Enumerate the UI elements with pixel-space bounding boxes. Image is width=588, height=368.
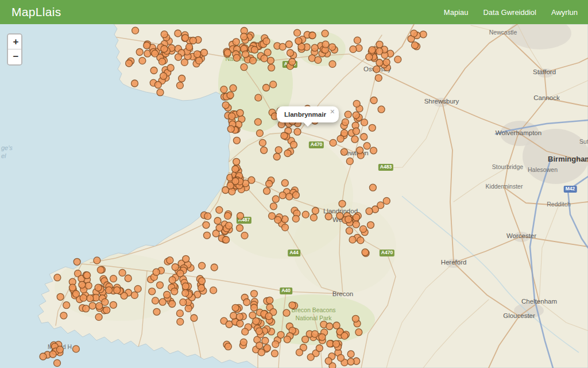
map-marker[interactable] [103,306,110,313]
map-marker[interactable] [243,299,250,306]
map-marker[interactable] [182,290,189,297]
map-marker[interactable] [233,39,239,45]
map-marker[interactable] [134,285,141,292]
map-marker[interactable] [150,67,157,74]
app-title[interactable]: MapLlais [11,5,61,19]
map-marker[interactable] [259,139,266,146]
map-marker[interactable] [54,359,61,366]
map-marker[interactable] [256,130,263,137]
map-marker[interactable] [383,197,390,204]
map-marker[interactable] [279,43,286,50]
map-marker[interactable] [272,195,279,202]
map-marker[interactable] [176,82,183,89]
map-marker[interactable] [353,214,360,221]
map-marker[interactable] [265,313,272,320]
map-marker[interactable] [110,275,117,282]
map-marker[interactable] [292,191,299,198]
map-marker[interactable] [176,310,183,317]
map-marker[interactable] [251,47,258,53]
map-marker[interactable] [256,328,262,335]
map-marker[interactable] [376,59,383,66]
map-marker[interactable] [346,227,353,234]
map-marker[interactable] [274,216,281,223]
map-marker[interactable] [54,274,61,281]
map-marker[interactable] [95,284,102,291]
map-marker[interactable] [355,329,362,336]
map-marker[interactable] [357,237,364,244]
map-marker[interactable] [361,133,368,140]
map-marker[interactable] [196,57,203,64]
nav-data-gwreiddiol[interactable]: Data Gwreiddiol [483,8,536,17]
map-marker[interactable] [307,354,314,361]
map-marker[interactable] [85,282,92,289]
map-marker[interactable] [171,288,178,295]
map-marker[interactable] [266,181,273,187]
map-marker[interactable] [325,213,332,220]
map-marker[interactable] [161,45,168,52]
map-marker[interactable] [159,298,166,305]
zoom-out-button[interactable]: − [8,49,22,64]
map-marker[interactable] [341,148,347,155]
map-marker[interactable] [370,147,377,154]
nav-mapiau[interactable]: Mapiau [444,8,469,17]
map-marker[interactable] [83,305,90,312]
map-marker[interactable] [225,343,231,350]
map-marker[interactable] [233,158,240,165]
map-marker[interactable] [144,42,150,49]
map-marker[interactable] [261,55,268,62]
map-marker[interactable] [295,37,302,44]
map-marker[interactable] [227,91,234,98]
map-marker[interactable] [268,64,275,71]
map-marker[interactable] [287,49,294,56]
map-marker[interactable] [363,143,370,150]
map-marker[interactable] [211,264,218,271]
map-marker[interactable] [338,354,345,361]
map-marker[interactable] [286,193,293,200]
map-marker[interactable] [289,59,296,66]
map-marker[interactable] [353,221,359,228]
map-marker[interactable] [264,344,270,351]
map-marker[interactable] [267,57,274,64]
map-marker[interactable] [160,72,167,79]
map-marker[interactable] [420,31,427,38]
map-marker[interactable] [302,211,309,218]
map-marker[interactable] [366,208,373,214]
map-marker[interactable] [339,200,346,207]
map-marker[interactable] [310,214,317,221]
map-marker[interactable] [378,106,385,113]
map-marker[interactable] [329,44,336,51]
map-marker[interactable] [332,340,339,347]
map-marker[interactable] [114,287,121,294]
map-marker[interactable] [312,208,319,214]
map-marker[interactable] [180,299,187,306]
map-marker[interactable] [49,351,56,358]
map-marker[interactable] [263,85,270,91]
map-marker[interactable] [232,166,239,172]
map-marker[interactable] [191,315,198,321]
map-marker[interactable] [230,312,237,319]
map-marker[interactable] [177,319,184,325]
map-marker[interactable] [216,206,223,213]
map-marker[interactable] [322,41,329,48]
map-marker[interactable] [229,113,235,120]
map-marker[interactable] [152,297,159,304]
map-marker[interactable] [63,302,70,309]
map-marker[interactable] [242,51,249,57]
map-marker[interactable] [250,57,257,64]
map-marker[interactable] [333,322,340,329]
map-marker[interactable] [233,55,240,62]
map-marker[interactable] [186,44,193,51]
map-marker[interactable] [79,281,86,288]
map-marker[interactable] [241,33,247,40]
map-marker[interactable] [337,135,344,142]
popup-close-icon[interactable]: × [330,108,335,116]
map-marker[interactable] [220,86,227,93]
map-marker[interactable] [224,49,231,56]
map-marker[interactable] [172,264,179,271]
map-marker[interactable] [157,282,164,289]
map-marker[interactable] [157,89,164,96]
map-marker[interactable] [357,147,363,154]
map-marker[interactable] [201,49,208,56]
map-marker[interactable] [225,212,231,219]
map-marker[interactable] [289,302,296,309]
